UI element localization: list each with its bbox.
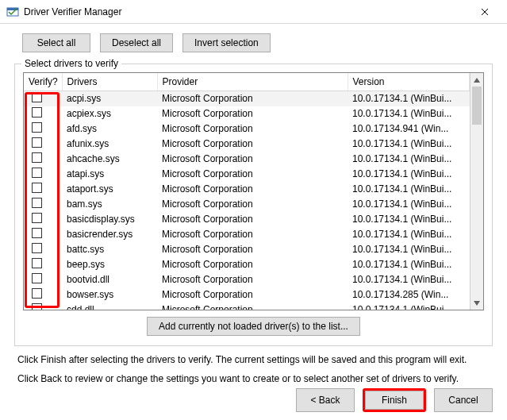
cell-driver: bootvid.dll — [62, 272, 157, 287]
cell-driver: battc.sys — [62, 242, 157, 257]
cell-driver: bowser.sys — [62, 287, 157, 302]
deselect-all-button[interactable]: Deselect all — [100, 33, 173, 52]
cell-provider: Microsoft Corporation — [157, 227, 348, 242]
cell-provider: Microsoft Corporation — [157, 257, 348, 272]
driver-table: Verify? Drivers Provider Version acpi.sy… — [24, 73, 470, 310]
cell-driver: bam.sys — [62, 197, 157, 212]
cancel-button[interactable]: Cancel — [434, 388, 493, 412]
cell-version: 10.0.17134.1 (WinBui... — [348, 272, 470, 287]
cell-driver: acpiex.sys — [62, 106, 157, 121]
column-header-verify[interactable]: Verify? — [24, 73, 62, 91]
table-row[interactable]: cdd.dllMicrosoft Corporation10.0.17134.1… — [24, 302, 470, 310]
vertical-scrollbar[interactable] — [470, 73, 483, 310]
close-button[interactable] — [469, 0, 501, 24]
app-icon — [6, 6, 19, 18]
back-button[interactable]: < Back — [296, 388, 355, 412]
cell-provider: Microsoft Corporation — [157, 106, 348, 121]
scroll-up-arrow[interactable] — [471, 73, 483, 87]
verify-checkbox[interactable] — [32, 303, 42, 310]
highlight-finish: Finish — [363, 388, 426, 412]
cell-version: 10.0.17134.941 (Win... — [348, 121, 470, 137]
verify-checkbox[interactable] — [32, 243, 42, 253]
cell-version: 10.0.17134.1 (WinBui... — [348, 182, 470, 197]
verify-checkbox[interactable] — [32, 273, 42, 283]
add-not-loaded-button[interactable]: Add currently not loaded driver(s) to th… — [147, 317, 360, 336]
cell-version: 10.0.17134.1 (WinBui... — [348, 242, 470, 257]
verify-checkbox[interactable] — [32, 92, 42, 102]
groupbox-legend: Select drivers to verify — [21, 58, 121, 69]
cell-driver: cdd.dll — [62, 302, 157, 310]
verify-checkbox[interactable] — [32, 258, 42, 268]
verify-checkbox[interactable] — [32, 137, 42, 148]
cell-version: 10.0.17134.1 (WinBui... — [348, 257, 470, 272]
top-button-row: Select all Deselect all Invert selection — [22, 33, 493, 52]
cell-version: 10.0.17134.1 (WinBui... — [348, 91, 470, 106]
cell-provider: Microsoft Corporation — [157, 302, 348, 310]
cell-provider: Microsoft Corporation — [157, 182, 348, 197]
content-area: Select all Deselect all Invert selection… — [0, 24, 507, 394]
select-all-button[interactable]: Select all — [22, 33, 90, 52]
verify-checkbox[interactable] — [32, 107, 42, 118]
verify-checkbox[interactable] — [32, 288, 42, 299]
verify-checkbox[interactable] — [32, 198, 42, 208]
table-row[interactable]: ahcache.sysMicrosoft Corporation10.0.171… — [24, 152, 470, 167]
cell-driver: ataport.sys — [62, 182, 157, 197]
verify-checkbox[interactable] — [32, 168, 42, 178]
verify-checkbox[interactable] — [32, 122, 42, 133]
cell-driver: basicrender.sys — [62, 227, 157, 242]
cell-driver: afd.sys — [62, 121, 157, 137]
column-header-drivers[interactable]: Drivers — [62, 73, 157, 91]
cell-driver: afunix.sys — [62, 137, 157, 152]
cell-version: 10.0.17134.1 (WinBui... — [348, 227, 470, 242]
cell-version: 10.0.17134.1 (WinBui... — [348, 167, 470, 182]
titlebar: Driver Verifier Manager — [0, 0, 507, 24]
finish-button[interactable]: Finish — [365, 391, 424, 410]
table-row[interactable]: basicrender.sysMicrosoft Corporation10.0… — [24, 227, 470, 242]
cell-provider: Microsoft Corporation — [157, 121, 348, 137]
table-row[interactable]: atapi.sysMicrosoft Corporation10.0.17134… — [24, 167, 470, 182]
info-line-2: Click Back to review or change the setti… — [17, 372, 490, 386]
table-row[interactable]: bootvid.dllMicrosoft Corporation10.0.171… — [24, 272, 470, 287]
cell-provider: Microsoft Corporation — [157, 152, 348, 167]
cell-provider: Microsoft Corporation — [157, 212, 348, 227]
table-row[interactable]: afd.sysMicrosoft Corporation10.0.17134.9… — [24, 121, 470, 137]
scroll-down-arrow[interactable] — [471, 296, 483, 310]
info-text: Click Finish after selecting the drivers… — [17, 353, 490, 386]
verify-checkbox[interactable] — [32, 228, 42, 238]
cell-version: 10.0.17134.1 (WinBui... — [348, 106, 470, 121]
table-row[interactable]: bam.sysMicrosoft Corporation10.0.17134.1… — [24, 197, 470, 212]
table-row[interactable]: bowser.sysMicrosoft Corporation10.0.1713… — [24, 287, 470, 302]
cell-version: 10.0.17134.1 (WinBui... — [348, 152, 470, 167]
table-row[interactable]: acpi.sysMicrosoft Corporation10.0.17134.… — [24, 91, 470, 106]
footer-buttons: < Back Finish Cancel — [296, 388, 493, 412]
column-header-provider[interactable]: Provider — [157, 73, 348, 91]
scroll-thumb[interactable] — [472, 87, 482, 125]
cell-driver: ahcache.sys — [62, 152, 157, 167]
table-row[interactable]: beep.sysMicrosoft Corporation10.0.17134.… — [24, 257, 470, 272]
column-header-version[interactable]: Version — [348, 73, 470, 91]
invert-selection-button[interactable]: Invert selection — [182, 33, 271, 52]
cell-version: 10.0.17134.285 (Win... — [348, 287, 470, 302]
verify-checkbox[interactable] — [32, 152, 42, 163]
table-row[interactable]: basicdisplay.sysMicrosoft Corporation10.… — [24, 212, 470, 227]
drivers-groupbox: Select drivers to verify Verify? Drivers… — [14, 64, 493, 346]
table-row[interactable]: battc.sysMicrosoft Corporation10.0.17134… — [24, 242, 470, 257]
cell-driver: atapi.sys — [62, 167, 157, 182]
cell-version: 10.0.17134.1 (WinBui... — [348, 302, 470, 310]
cell-driver: acpi.sys — [62, 91, 157, 106]
info-line-1: Click Finish after selecting the drivers… — [17, 353, 490, 367]
verify-checkbox[interactable] — [32, 213, 42, 223]
cell-provider: Microsoft Corporation — [157, 91, 348, 106]
scroll-track[interactable] — [471, 87, 483, 296]
cell-driver: basicdisplay.sys — [62, 212, 157, 227]
table-row[interactable]: acpiex.sysMicrosoft Corporation10.0.1713… — [24, 106, 470, 121]
table-row[interactable]: afunix.sysMicrosoft Corporation10.0.1713… — [24, 137, 470, 152]
table-row[interactable]: ataport.sysMicrosoft Corporation10.0.171… — [24, 182, 470, 197]
driver-table-container: Verify? Drivers Provider Version acpi.sy… — [23, 72, 484, 310]
verify-checkbox[interactable] — [32, 183, 42, 193]
cell-provider: Microsoft Corporation — [157, 137, 348, 152]
cell-provider: Microsoft Corporation — [157, 242, 348, 257]
window-title: Driver Verifier Manager — [24, 6, 469, 17]
cell-provider: Microsoft Corporation — [157, 197, 348, 212]
cell-provider: Microsoft Corporation — [157, 287, 348, 302]
